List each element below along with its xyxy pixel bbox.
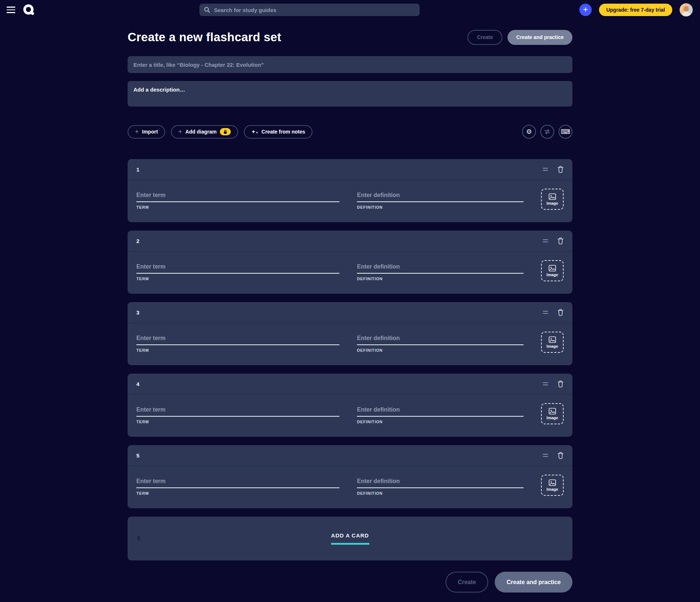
add-image-label: Image <box>547 201 558 205</box>
lock-icon <box>223 130 228 134</box>
flashcard-row: 3 TERM <box>128 302 572 365</box>
definition-input[interactable] <box>357 259 524 274</box>
add-image-button[interactable]: Image <box>541 403 564 424</box>
flashcard-row: 1 TERM <box>128 159 572 222</box>
flashcard-header: 3 <box>128 302 572 323</box>
term-label: TERM <box>136 491 339 495</box>
image-icon <box>549 408 556 414</box>
drag-handle-icon[interactable] <box>543 238 548 244</box>
swap-terms-button[interactable] <box>540 125 554 139</box>
image-icon <box>549 479 556 486</box>
toolbar: + Import + Add diagram ✦₊ Create from no… <box>128 125 572 139</box>
term-input[interactable] <box>136 188 339 202</box>
card-number: 1 <box>136 166 139 173</box>
add-image-button[interactable]: Image <box>541 260 564 281</box>
add-card-label: ADD A CARD <box>331 532 369 539</box>
search-input[interactable] <box>214 7 415 13</box>
card-number: 3 <box>136 309 139 316</box>
plus-icon: + <box>178 128 182 135</box>
swap-arrows-icon <box>544 129 551 135</box>
term-input[interactable] <box>136 331 339 345</box>
definition-input[interactable] <box>357 188 524 202</box>
sparkle-icon: ✦₊ <box>251 129 258 134</box>
image-icon <box>549 336 556 343</box>
drag-handle-icon[interactable] <box>543 309 548 316</box>
drag-handle-icon[interactable] <box>543 452 548 459</box>
set-title-input[interactable] <box>128 56 572 73</box>
add-card-underline <box>331 543 369 545</box>
main-content: Create a new flashcard set Create Create… <box>128 29 572 593</box>
term-field: TERM <box>136 474 339 495</box>
term-input[interactable] <box>136 259 339 274</box>
flashcard-header: 1 <box>128 159 572 180</box>
create-and-practice-button-bottom[interactable]: Create and practice <box>495 572 572 593</box>
upgrade-button[interactable]: Upgrade: free 7-day trial <box>599 4 672 16</box>
add-image-button[interactable]: Image <box>541 332 564 353</box>
delete-card-button[interactable] <box>557 381 564 387</box>
create-button-top[interactable]: Create <box>467 30 502 45</box>
term-input[interactable] <box>136 402 339 417</box>
create-from-notes-label: Create from notes <box>261 129 305 135</box>
term-label: TERM <box>136 205 339 209</box>
definition-label: DEFINITION <box>357 205 524 209</box>
delete-card-button[interactable] <box>557 166 564 173</box>
drag-handle-icon[interactable] <box>543 381 548 387</box>
term-label: TERM <box>136 420 339 424</box>
flashcard-body: TERM DEFINITION Image <box>128 323 572 353</box>
image-icon <box>549 193 556 200</box>
create-button-bottom[interactable]: Create <box>446 572 489 593</box>
add-image-label: Image <box>547 487 558 491</box>
add-image-button[interactable]: Image <box>541 189 564 210</box>
page-title: Create a new flashcard set <box>128 30 281 44</box>
definition-input[interactable] <box>357 331 524 345</box>
settings-button[interactable]: ⚙ <box>522 125 536 139</box>
flashcard-body: TERM DEFINITION Image <box>128 395 572 424</box>
flashcard-row: 4 TERM <box>128 374 572 437</box>
plus-icon: + <box>135 128 139 135</box>
add-image-label: Image <box>547 344 558 348</box>
create-and-practice-button-top[interactable]: Create and practice <box>508 30 572 45</box>
keyboard-shortcuts-button[interactable]: ⌨ <box>559 125 572 139</box>
create-plus-button[interactable]: + <box>579 4 592 16</box>
term-field: TERM <box>136 402 339 424</box>
import-button[interactable]: + Import <box>128 125 165 139</box>
user-avatar[interactable] <box>680 3 693 16</box>
add-image-button[interactable]: Image <box>541 475 564 496</box>
trash-icon <box>557 452 564 459</box>
definition-label: DEFINITION <box>357 348 524 352</box>
create-from-notes-button[interactable]: ✦₊ Create from notes <box>244 125 312 139</box>
delete-card-button[interactable] <box>557 309 564 316</box>
page-header: Create a new flashcard set Create Create… <box>128 29 572 45</box>
definition-input[interactable] <box>357 402 524 417</box>
delete-card-button[interactable] <box>557 452 564 459</box>
definition-field: DEFINITION <box>357 331 524 352</box>
next-card-number: 6 <box>137 535 140 542</box>
add-diagram-label: Add diagram <box>186 129 217 135</box>
premium-lock-badge <box>220 128 231 135</box>
definition-label: DEFINITION <box>357 491 524 495</box>
definition-field: DEFINITION <box>357 259 524 281</box>
search-bar[interactable] <box>199 4 420 16</box>
drag-handle-icon[interactable] <box>543 166 548 173</box>
trash-icon <box>557 166 564 173</box>
definition-input[interactable] <box>357 474 524 488</box>
add-image-label: Image <box>547 416 558 420</box>
add-image-label: Image <box>547 273 558 277</box>
add-card-button[interactable]: 6 ADD A CARD <box>128 517 572 560</box>
set-description-input[interactable] <box>128 81 572 107</box>
flashcard-body: TERM DEFINITION Image <box>128 252 572 281</box>
definition-label: DEFINITION <box>357 420 524 424</box>
term-input[interactable] <box>136 474 339 488</box>
trash-icon <box>557 309 564 316</box>
delete-card-button[interactable] <box>557 238 564 244</box>
card-number: 5 <box>136 452 139 459</box>
quizlet-logo-icon[interactable] <box>22 3 36 16</box>
trash-icon <box>557 238 564 244</box>
definition-label: DEFINITION <box>357 277 524 281</box>
add-diagram-button[interactable]: + Add diagram <box>171 125 238 139</box>
menu-icon[interactable] <box>7 6 16 14</box>
image-icon <box>549 265 556 271</box>
footer-actions: Create Create and practice <box>128 572 572 593</box>
term-label: TERM <box>136 348 339 352</box>
search-icon <box>204 7 210 13</box>
